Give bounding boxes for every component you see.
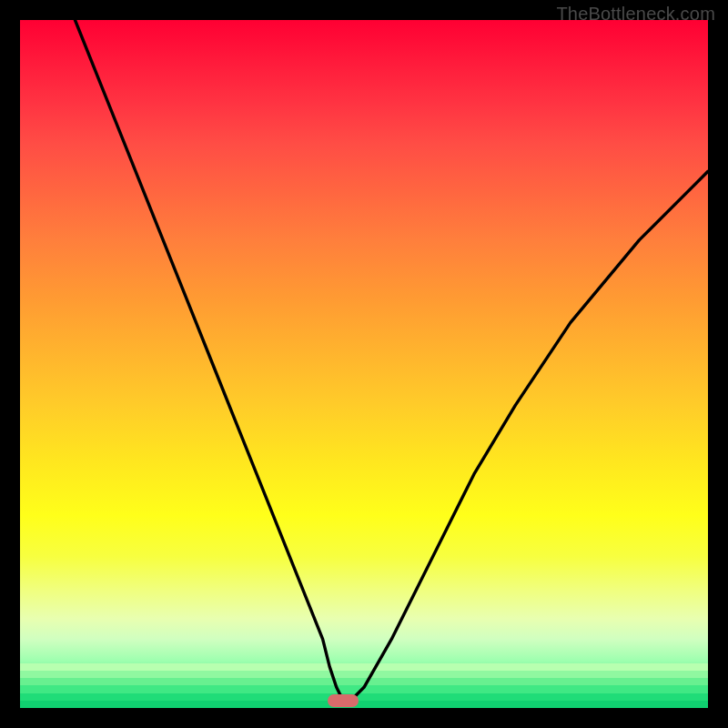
watermark-text: TheBottleneck.com <box>556 4 715 25</box>
plot-area <box>20 20 708 708</box>
bottleneck-curve <box>20 20 708 708</box>
optimum-marker <box>328 694 359 707</box>
chart-frame: TheBottleneck.com <box>0 0 728 728</box>
